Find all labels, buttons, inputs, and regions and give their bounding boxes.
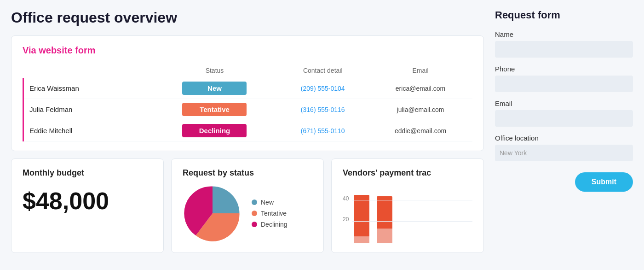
legend-declining-label: Declining (261, 221, 288, 228)
status-badge: Tentative (182, 103, 247, 116)
table-row: Julia Feldman Tentative (316) 555-0116 j… (23, 99, 473, 120)
table-row: Erica Waissman New (209) 555-0104 erica@… (23, 78, 473, 99)
email-field[interactable] (495, 110, 633, 127)
label-office-location: Office location (495, 134, 633, 142)
legend-tentative-label: Tentative (261, 210, 287, 217)
requests-table: Status Contact detail Email Erica Waissm… (23, 63, 472, 141)
vendors-payment-card: Vendors' payment trac 40 20 (331, 158, 484, 253)
row-name: Eddie Mitchell (23, 120, 152, 141)
row-name: Erica Waissman (23, 78, 152, 99)
pie-chart (183, 183, 242, 243)
email-text: erica@email.com (396, 85, 445, 92)
row-contact: (316) 555-0116 (277, 99, 368, 120)
bar-group-1 (354, 195, 369, 243)
legend-new-dot (252, 200, 257, 205)
legend-declining: Declining (252, 221, 288, 228)
form-group-office: Office location (495, 134, 633, 161)
row-status: New (152, 78, 277, 99)
bar-2-light (377, 229, 392, 243)
row-name: Julia Feldman (23, 99, 152, 120)
row-email: julia@email.com (368, 99, 472, 120)
bar-chart: 40 20 (343, 183, 472, 243)
office-location-field[interactable] (495, 145, 633, 161)
section-title: Via website form (23, 45, 472, 56)
col-name (23, 63, 152, 78)
form-group-email: Email (495, 100, 633, 127)
request-status-title: Request by status (183, 168, 312, 178)
col-status: Status (152, 63, 277, 78)
row-email: erica@email.com (368, 78, 472, 99)
legend-tentative-dot (252, 211, 257, 216)
website-form-card: Via website form Status Contact detail E… (11, 35, 484, 151)
form-group-phone: Phone (495, 65, 633, 92)
form-title: Request form (495, 9, 633, 21)
gridline-40 (352, 200, 472, 200)
main-content: Office request overview Via website form… (11, 9, 484, 261)
legend-declining-dot (252, 222, 257, 227)
page-title: Office request overview (11, 9, 484, 26)
bar-1-dark (354, 195, 369, 236)
bar-1-light (354, 236, 369, 243)
row-status: Declining (152, 120, 277, 141)
row-status: Tentative (152, 99, 277, 120)
bar-2-dark (377, 196, 392, 229)
request-by-status-card: Request by status New (171, 158, 324, 253)
status-badge: Declining (182, 124, 247, 137)
budget-title: Monthly budget (23, 168, 152, 178)
monthly-budget-card: Monthly budget $48,000 (11, 158, 164, 253)
col-contact: Contact detail (277, 63, 368, 78)
email-text: eddie@email.com (395, 127, 446, 135)
row-contact: (671) 555-0110 (277, 120, 368, 141)
bar-group-2 (377, 196, 392, 243)
bottom-row: Monthly budget $48,000 Request by status (11, 158, 484, 253)
pie-area: New Tentative Declining (183, 183, 312, 243)
label-name: Name (495, 30, 633, 38)
label-email: Email (495, 100, 633, 107)
contact-link[interactable]: (671) 555-0110 (282, 127, 363, 135)
table-row: Eddie Mitchell Declining (671) 555-0110 … (23, 120, 473, 141)
budget-amount: $48,000 (23, 187, 152, 215)
col-email: Email (368, 63, 472, 78)
legend-new-label: New (261, 199, 274, 206)
form-group-name: Name (495, 30, 633, 58)
gridline-20 (352, 221, 472, 222)
vendors-title: Vendors' payment trac (343, 168, 472, 178)
status-badge: New (182, 82, 247, 95)
email-text: julia@email.com (397, 106, 444, 113)
label-phone: Phone (495, 65, 633, 73)
y-label-20: 20 (343, 216, 349, 223)
y-label-40: 40 (343, 195, 349, 202)
contact-link[interactable]: (209) 555-0104 (282, 85, 363, 92)
contact-link[interactable]: (316) 555-0116 (282, 106, 363, 113)
pie-legend: New Tentative Declining (252, 199, 288, 228)
row-email: eddie@email.com (368, 120, 472, 141)
right-panel: Request form Name Phone Email Office loc… (495, 9, 633, 261)
submit-button[interactable]: Submit (575, 172, 633, 192)
phone-field[interactable] (495, 76, 633, 92)
legend-new: New (252, 199, 288, 206)
legend-tentative: Tentative (252, 210, 288, 217)
row-contact: (209) 555-0104 (277, 78, 368, 99)
name-field[interactable] (495, 41, 633, 58)
